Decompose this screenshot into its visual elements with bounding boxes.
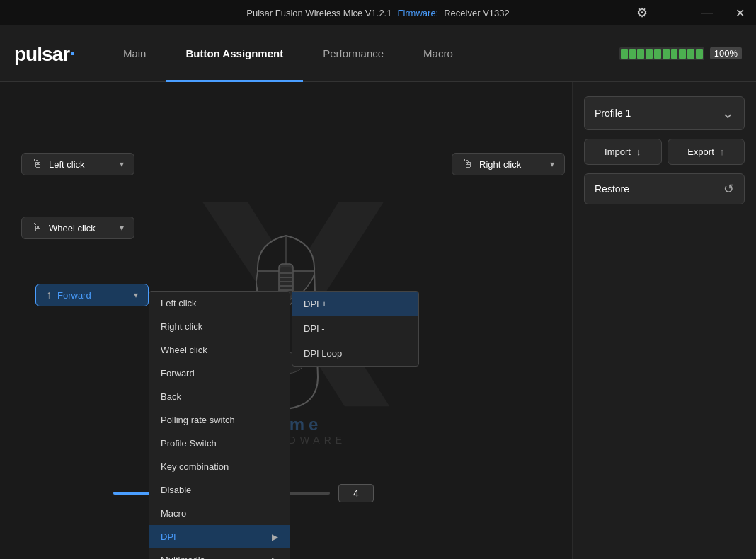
forward-label: Forward <box>57 290 128 301</box>
battery-seg-4 <box>646 49 653 59</box>
battery-seg-10 <box>696 49 703 59</box>
dropdown-item-disable[interactable]: Disable <box>149 478 290 502</box>
action-row: Import ↓ Export ↑ <box>584 139 745 165</box>
dropdown-item-right-click[interactable]: Right click <box>149 315 290 338</box>
dropdown-item-profile-switch[interactable]: Profile Switch <box>149 432 290 455</box>
battery-seg-3 <box>637 49 644 59</box>
close-button[interactable]: ✕ <box>723 0 756 25</box>
sub-dropdown-item-dpi-plus[interactable]: DPI + <box>292 292 418 316</box>
logo-word: pulsar <box>14 43 69 65</box>
sub-dropdown-item-dpi-loop[interactable]: DPI Loop <box>292 341 418 366</box>
left-click-chevron: ▾ <box>120 159 124 169</box>
sub-label-dpi-plus: DPI + <box>304 299 327 309</box>
titlebar: Pulsar Fusion Wireless Mice V1.2.1 Firmw… <box>0 0 756 25</box>
right-click-icon: 🖱 <box>462 158 474 171</box>
restore-button[interactable]: Restore ↺ <box>584 173 745 204</box>
wheel-click-chevron: ▾ <box>120 223 124 233</box>
battery-percent: 100% <box>710 47 742 59</box>
dropdown-label-8: Disable <box>161 485 191 495</box>
profile-dropdown[interactable]: Profile 1 ⌄ <box>584 96 745 130</box>
dropdown-label-6: Profile Switch <box>161 438 217 449</box>
dropdown-label-10: DPI <box>161 531 176 542</box>
logo: pulsar· <box>14 40 75 67</box>
wheel-click-icon: 🖱 <box>32 221 43 234</box>
minimize-button[interactable]: — <box>691 0 723 25</box>
sub-label-dpi-loop: DPI Loop <box>304 348 342 359</box>
wheel-click-label: Wheel click <box>49 223 114 234</box>
battery-seg-6 <box>663 49 670 59</box>
firmware-label: Firmware: <box>397 8 438 18</box>
dropdown-item-multimedia[interactable]: Multimedia ▶ <box>149 548 290 559</box>
dropdown-item-macro[interactable]: Macro <box>149 502 290 525</box>
nav-item-button-assignment[interactable]: Button Assignment <box>166 25 303 82</box>
dropdown-item-wheel-click[interactable]: Wheel click <box>149 338 290 362</box>
mouse-area: X Xtreme HARDWARE 🖱 Left click ▾ 🖱 Wheel… <box>0 82 572 559</box>
wheel-click-button[interactable]: 🖱 Wheel click ▾ <box>21 217 134 239</box>
logo-dot: · <box>69 40 75 66</box>
dropdown-item-polling-rate-switch[interactable]: Polling rate switch <box>149 408 290 432</box>
gear-icon[interactable]: ⚙ <box>636 5 648 21</box>
dropdown-item-dpi[interactable]: DPI ▶ <box>149 525 290 548</box>
window-controls: — ✕ <box>691 0 756 25</box>
dropdown-label-9: Macro <box>161 508 186 519</box>
dropdown-label-4: Back <box>161 391 181 402</box>
settings-icon-area: ⚙ <box>626 0 658 25</box>
left-click-button[interactable]: 🖱 Left click ▾ <box>21 153 134 175</box>
export-label: Export <box>687 146 714 157</box>
export-icon: ↑ <box>720 146 725 157</box>
close-icon: ✕ <box>735 6 745 20</box>
battery-bar <box>619 47 704 60</box>
firmware-version: Receiver V1332 <box>444 8 510 18</box>
dpi-value-box: 4 <box>338 484 374 502</box>
forward-dropdown-menu: Left click Right click Wheel click Forwa… <box>149 291 290 559</box>
import-icon: ↓ <box>636 146 641 157</box>
right-click-label: Right click <box>479 159 544 170</box>
battery-seg-7 <box>671 49 678 59</box>
profile-label: Profile 1 <box>595 108 631 119</box>
logo-text: pulsar· <box>14 40 75 67</box>
dropdown-label-1: Right click <box>161 321 202 332</box>
dropdown-label-11: Multimedia <box>161 555 205 559</box>
nav-label-performance: Performance <box>323 47 384 59</box>
dropdown-item-forward[interactable]: Forward <box>149 362 290 385</box>
dropdown-item-left-click[interactable]: Left click <box>149 292 290 315</box>
dropdown-label-5: Polling rate switch <box>161 415 235 425</box>
forward-icon: ↑ <box>46 289 52 301</box>
import-label: Import <box>605 146 631 157</box>
left-click-label: Left click <box>49 159 114 170</box>
nav-item-macro[interactable]: Macro <box>403 25 473 82</box>
dpi-submenu-arrow: ▶ <box>272 532 278 542</box>
nav-label-macro: Macro <box>423 47 453 59</box>
multimedia-submenu-arrow: ▶ <box>272 555 278 560</box>
battery-segments <box>621 49 703 59</box>
nav-item-performance[interactable]: Performance <box>303 25 403 82</box>
dropdown-label-2: Wheel click <box>161 345 207 355</box>
app-title: Pulsar Fusion Wireless Mice V1.2.1 <box>246 8 391 18</box>
dropdown-label-3: Forward <box>161 368 195 379</box>
dropdown-label-0: Left click <box>161 298 197 309</box>
dropdown-item-back[interactable]: Back <box>149 385 290 408</box>
dropdown-item-key-combination[interactable]: Key combination <box>149 455 290 478</box>
export-button[interactable]: Export ↑ <box>668 139 745 165</box>
battery-seg-1 <box>621 49 628 59</box>
dropdown-label-7: Key combination <box>161 461 229 472</box>
forward-button[interactable]: ↑ Forward ▾ <box>35 284 149 306</box>
minimize-icon: — <box>701 6 713 19</box>
import-button[interactable]: Import ↓ <box>584 139 662 165</box>
sub-dropdown-item-dpi-minus[interactable]: DPI - <box>292 316 418 341</box>
battery-seg-9 <box>687 49 694 59</box>
profile-chevron-down: ⌄ <box>721 104 734 122</box>
nav-item-main[interactable]: Main <box>103 25 166 82</box>
restore-label: Restore <box>595 183 629 195</box>
battery-seg-2 <box>629 49 636 59</box>
nav-label-main: Main <box>123 47 147 59</box>
header: pulsar· Main Button Assignment Performan… <box>0 25 756 82</box>
main-content: X Xtreme HARDWARE 🖱 Left click ▾ 🖱 Wheel… <box>0 82 756 559</box>
battery-area: 100% <box>619 47 742 60</box>
dpi-sub-dropdown: DPI + DPI - DPI Loop <box>292 291 419 367</box>
nav-items: Main Button Assignment Performance Macro <box>103 25 619 82</box>
battery-seg-8 <box>679 49 686 59</box>
left-click-icon: 🖱 <box>32 158 43 171</box>
restore-icon: ↺ <box>723 181 734 197</box>
right-click-button[interactable]: 🖱 Right click ▾ <box>452 153 565 175</box>
